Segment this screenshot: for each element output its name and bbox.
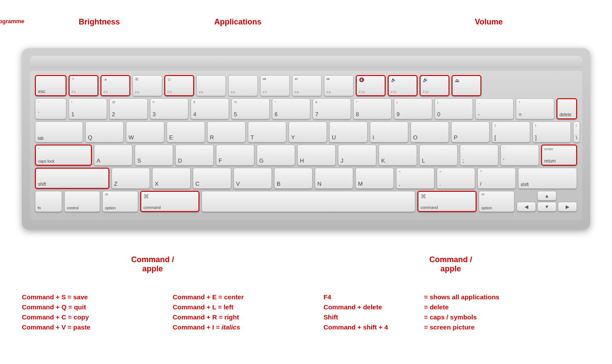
- key-minus[interactable]: _ -: [475, 98, 514, 119]
- keyboard-top-bar: [30, 56, 582, 68]
- key-5[interactable]: % 5: [231, 98, 270, 119]
- key-n[interactable]: N: [315, 168, 353, 189]
- key-arrow-right[interactable]: ▶: [558, 202, 577, 211]
- shortcut-cmd-v: Command + V = paste: [22, 323, 155, 331]
- key-arrow-left[interactable]: ◀: [517, 202, 536, 211]
- key-comma[interactable]: < ,: [396, 168, 435, 189]
- key-option-right[interactable]: alt option: [479, 191, 515, 212]
- shortcut-shift: Shift = caps / symbols: [323, 313, 590, 321]
- key-f8[interactable]: ⏯ F8: [292, 75, 322, 96]
- page-wrapper: ESC exits a programme Brightness Applica…: [4, 4, 608, 333]
- key-f5[interactable]: F5: [196, 75, 226, 96]
- key-t[interactable]: T: [248, 121, 286, 142]
- keyboard: esc ☀ F1 ☀ F2 ⊞ F3 ⊙: [22, 48, 590, 230]
- key-c[interactable]: C: [193, 168, 231, 189]
- key-apostrophe[interactable]: " ': [501, 145, 539, 166]
- key-v[interactable]: V: [233, 168, 272, 189]
- key-return[interactable]: enter return: [541, 145, 577, 166]
- shortcut-cmd-r: Command + R = right: [173, 313, 306, 321]
- key-equals[interactable]: + =: [516, 98, 554, 119]
- key-d[interactable]: D: [175, 145, 214, 166]
- key-capslock[interactable]: • caps lock: [35, 145, 92, 166]
- key-arrow-down[interactable]: ▼: [537, 202, 556, 211]
- shortcut-cmd-shift-4: Command + shift + 4 = screen picture: [323, 323, 590, 331]
- key-8[interactable]: * 8: [353, 98, 392, 119]
- key-period[interactable]: > .: [437, 168, 475, 189]
- key-1[interactable]: ! 1: [69, 98, 107, 119]
- key-w[interactable]: W: [126, 121, 164, 142]
- number-row: ~ ` ! 1 @ 2 # 3: [35, 98, 577, 119]
- key-0[interactable]: ) 0: [435, 98, 473, 119]
- shortcut-f4: F4 = shows all applications: [323, 293, 590, 301]
- shortcut-cmd-i: Command + I = italics: [173, 323, 306, 331]
- key-open-bracket[interactable]: { [: [492, 121, 530, 142]
- shortcut-cmd-e: Command + E = center: [173, 293, 306, 301]
- key-s[interactable]: S: [135, 145, 173, 166]
- key-backslash[interactable]: | \: [573, 121, 580, 142]
- key-shift-right[interactable]: shift: [518, 168, 577, 189]
- bottom-row: fn control alt option ⌘ command: [35, 191, 577, 212]
- key-eject[interactable]: ⏏: [452, 75, 481, 96]
- key-fn[interactable]: fn: [35, 191, 62, 212]
- key-l[interactable]: L: [419, 145, 458, 166]
- key-e[interactable]: E: [167, 121, 205, 142]
- key-7[interactable]: & 7: [313, 98, 351, 119]
- key-q[interactable]: Q: [85, 121, 124, 142]
- key-9[interactable]: ( 9: [394, 98, 432, 119]
- key-f12[interactable]: 🔊 F12: [420, 75, 449, 96]
- key-f9[interactable]: ⏭ F9: [324, 75, 354, 96]
- key-shift-left[interactable]: shift: [35, 168, 109, 189]
- key-x[interactable]: X: [152, 168, 191, 189]
- key-f3[interactable]: ⊞ F3: [132, 75, 162, 96]
- label-applications: Applications: [214, 17, 261, 27]
- key-k[interactable]: K: [379, 145, 417, 166]
- shortcut-cmd-s: Command + S = save: [22, 293, 155, 301]
- key-g[interactable]: G: [257, 145, 295, 166]
- key-y[interactable]: Y: [289, 121, 327, 142]
- shortcuts-area: Command + S = save Command + Q = quit Co…: [22, 293, 590, 333]
- key-j[interactable]: J: [338, 145, 376, 166]
- key-f7[interactable]: ⏮ F7: [260, 75, 290, 96]
- key-6[interactable]: ^ 6: [272, 98, 310, 119]
- key-z[interactable]: Z: [111, 168, 150, 189]
- key-f4[interactable]: ⊙ F4: [164, 75, 194, 96]
- key-command-right[interactable]: ⌘ command: [417, 191, 476, 212]
- key-esc[interactable]: esc: [35, 75, 66, 96]
- label-command-right: Command / apple: [429, 255, 472, 274]
- shortcut-cmd-q: Command + Q = quit: [22, 303, 155, 311]
- shift-row: shift Z X C V B: [35, 168, 577, 189]
- key-f1[interactable]: ☀ F1: [69, 75, 98, 96]
- key-4[interactable]: $ 4: [191, 98, 229, 119]
- key-f[interactable]: F: [216, 145, 254, 166]
- key-a[interactable]: A: [94, 145, 132, 166]
- key-m[interactable]: M: [355, 168, 394, 189]
- key-delete[interactable]: delete: [556, 98, 577, 119]
- shortcut-col-2: Command + E = center Command + L = left …: [173, 293, 306, 333]
- key-h[interactable]: H: [297, 145, 336, 166]
- key-f11[interactable]: 🔉 F11: [388, 75, 417, 96]
- key-tab[interactable]: tab: [35, 121, 83, 142]
- key-close-bracket[interactable]: } ]: [532, 121, 571, 142]
- key-p[interactable]: P: [451, 121, 490, 142]
- key-f2[interactable]: ☀ F2: [101, 75, 130, 96]
- key-slash[interactable]: ? /: [477, 168, 516, 189]
- key-backtick[interactable]: ~ `: [35, 98, 66, 119]
- key-semicolon[interactable]: : ;: [460, 145, 498, 166]
- label-brightness: Brightness: [79, 17, 120, 27]
- key-space[interactable]: [202, 191, 415, 212]
- key-option-left[interactable]: alt option: [102, 191, 138, 212]
- label-esc: ESC exits a programme: [0, 7, 24, 24]
- key-3[interactable]: # 3: [150, 98, 188, 119]
- key-r[interactable]: R: [207, 121, 246, 142]
- key-f10[interactable]: 🔇 F10: [356, 75, 386, 96]
- key-b[interactable]: B: [274, 168, 313, 189]
- key-f6[interactable]: F6: [228, 75, 258, 96]
- arrow-keys-group: ▲ ◀ ▼ ▶: [517, 191, 577, 212]
- key-command-left[interactable]: ⌘ command: [140, 191, 199, 212]
- key-o[interactable]: O: [410, 121, 449, 142]
- key-arrow-up[interactable]: ▲: [537, 191, 556, 201]
- key-2[interactable]: @ 2: [109, 98, 148, 119]
- key-i[interactable]: I: [370, 121, 408, 142]
- key-u[interactable]: U: [329, 121, 368, 142]
- key-control[interactable]: control: [64, 191, 100, 212]
